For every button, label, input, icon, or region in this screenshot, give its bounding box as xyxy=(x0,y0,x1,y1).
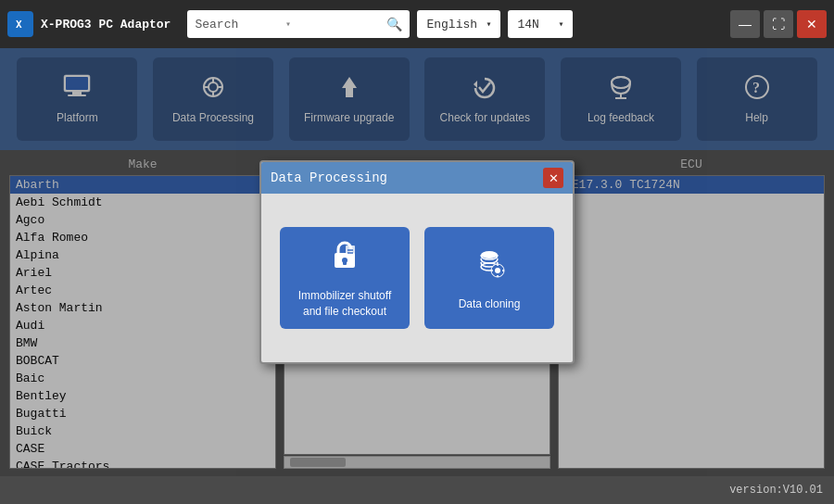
data-cloning-option-button[interactable]: Data cloning xyxy=(424,227,554,329)
search-dropdown-arrow-icon[interactable]: ▾ xyxy=(285,19,291,30)
modal-titlebar: Data Processing ✕ xyxy=(261,162,573,194)
minimize-button[interactable]: — xyxy=(730,10,760,38)
svg-point-26 xyxy=(481,251,498,258)
data-cloning-label: Data cloning xyxy=(459,296,521,312)
svg-rect-23 xyxy=(346,246,355,258)
modal-close-button[interactable]: ✕ xyxy=(543,168,563,188)
maximize-button[interactable]: ⛶ xyxy=(764,10,793,38)
svg-text:X: X xyxy=(16,19,22,31)
svg-rect-22 xyxy=(343,260,347,265)
titlebar: X X-PROG3 PC Adaptor Search ▾ 🔍 English … xyxy=(0,0,834,48)
data-processing-modal: Data Processing ✕ Immobil xyxy=(259,160,575,364)
language-selector[interactable]: English ▾ xyxy=(417,10,500,38)
app-title: X-PROG3 PC Adaptor xyxy=(41,18,171,32)
immobilizer-icon xyxy=(327,236,362,279)
statusbar: version:V10.01 xyxy=(0,476,834,504)
search-input-placeholder: Search xyxy=(195,18,279,32)
immobilizer-option-button[interactable]: Immobilizer shutoff and file checkout xyxy=(280,227,410,329)
language-dropdown-arrow-icon: ▾ xyxy=(486,19,491,30)
data-cloning-icon xyxy=(472,245,507,287)
window-controls: — ⛶ ✕ xyxy=(730,10,827,38)
language-label: English xyxy=(426,18,477,32)
modal-body: Immobilizer shutoff and file checkout xyxy=(261,194,573,362)
close-button[interactable]: ✕ xyxy=(797,10,827,38)
version-selector[interactable]: 14N ▾ xyxy=(508,10,573,38)
search-icon[interactable]: 🔍 xyxy=(386,17,402,32)
version-dropdown-arrow-icon: ▾ xyxy=(558,19,563,30)
version-label: 14N xyxy=(517,18,538,32)
modal-overlay: Data Processing ✕ Immobil xyxy=(0,48,834,476)
immobilizer-label: Immobilizer shutoff and file checkout xyxy=(289,288,400,320)
search-box[interactable]: Search ▾ 🔍 xyxy=(187,10,410,38)
modal-title: Data Processing xyxy=(271,170,387,185)
version-text: version:V10.01 xyxy=(729,484,823,497)
app-logo-icon: X xyxy=(7,11,33,37)
svg-point-29 xyxy=(495,268,500,273)
